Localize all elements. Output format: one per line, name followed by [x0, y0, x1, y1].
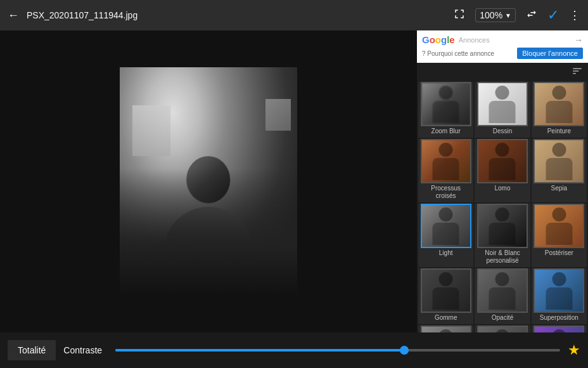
filter-thumb-sepia: [534, 139, 584, 183]
filter-cell-peinture[interactable]: Peinture: [532, 82, 587, 138]
filter-panel: Google Annonces → ? Pourquoi cette annon…: [417, 30, 588, 332]
more-options-icon[interactable]: ⋮: [569, 8, 580, 22]
filter-thumb-posteriser: [534, 204, 584, 248]
filter-name-gomme: Gomme: [432, 314, 460, 322]
filter-grid-header: [417, 63, 588, 82]
filter-name-processus: Processus croisés: [418, 185, 473, 200]
ad-why-text[interactable]: ? Pourquoi cette annonce: [422, 50, 494, 57]
filter-thumb-opacite: [477, 268, 528, 313]
filter-thumb-bordure: [477, 325, 528, 332]
filter-thumb-superposition: [534, 268, 584, 313]
filter-cell-sepia[interactable]: Sepia: [532, 139, 587, 202]
filter-cell-zoom-blur[interactable]: Zoom Blur: [418, 82, 473, 138]
photo-area: [0, 30, 417, 332]
filter-cell-posteriser[interactable]: Postériser: [532, 204, 587, 267]
filter-thumb-light: [421, 204, 471, 248]
main-content: Google Annonces → ? Pourquoi cette annon…: [0, 30, 588, 332]
filter-name-posteriser: Postériser: [542, 249, 576, 257]
slider-wrapper: [115, 349, 560, 352]
filter-thumb-peinture: [534, 82, 584, 126]
filter-name-sepia: Sepia: [549, 185, 570, 192]
filter-thumb-gomme: [421, 268, 471, 313]
filter-name-superposition: Superposition: [537, 314, 581, 322]
filter-thumb-pixeliser: [421, 325, 471, 332]
filter-sort-icon[interactable]: [572, 65, 583, 79]
ad-block-button[interactable]: Bloquer l'annonce: [517, 48, 583, 59]
filter-cell-processus[interactable]: Processus croisés: [418, 139, 473, 202]
ad-banner: Google Annonces → ? Pourquoi cette annon…: [417, 30, 588, 63]
contraste-label: Contraste: [63, 345, 108, 355]
filter-thumb-zoom-blur: [421, 82, 471, 126]
filter-thumb-bordure-color: [534, 325, 584, 332]
fullscreen-icon[interactable]: [454, 8, 465, 23]
filter-cell-lomo[interactable]: Lomo: [475, 139, 530, 202]
filter-name-noir-blanc: Noir & Blanc personalisé: [475, 249, 530, 265]
totalite-tab[interactable]: Totalité: [8, 340, 56, 360]
filter-name-light: Light: [437, 249, 456, 257]
filter-name-opacite: Opacité: [489, 314, 516, 322]
ad-arrow-icon[interactable]: →: [574, 35, 583, 45]
photo-image: [120, 67, 297, 296]
filter-cell-gomme[interactable]: Gomme: [418, 268, 473, 324]
favorite-icon[interactable]: ★: [568, 342, 580, 358]
file-title: PSX_20201107_111944.jpg: [27, 10, 446, 20]
filter-cell-superposition[interactable]: Superposition: [532, 268, 587, 324]
filter-cell-pixeliser[interactable]: Pixeliser: [418, 325, 473, 332]
bottom-bar: Totalité Contraste ★: [0, 332, 588, 368]
top-bar: ← PSX_20201107_111944.jpg 100% ▼ ✓ ⋮: [0, 0, 588, 30]
slider-container: Contraste: [63, 345, 560, 355]
back-button[interactable]: ←: [8, 9, 19, 22]
top-actions: 100% ▼ ✓ ⋮: [454, 7, 580, 23]
ad-label: Annonces: [459, 36, 490, 44]
filter-name-lomo: Lomo: [492, 185, 513, 192]
filter-thumb-noir-blanc: [477, 204, 528, 248]
filter-name-dessin: Dessin: [490, 128, 515, 135]
filter-cell-noir-blanc[interactable]: Noir & Blanc personalisé: [475, 204, 530, 267]
zoom-control[interactable]: 100% ▼: [475, 8, 516, 22]
filter-name-zoom-blur: Zoom Blur: [429, 128, 463, 135]
filter-cell-opacite[interactable]: Opacité: [475, 268, 530, 324]
filter-grid: Zoom BlurDessinPeintureProcessus croisés…: [417, 82, 588, 332]
filter-cell-light[interactable]: Light: [418, 204, 473, 267]
filter-thumb-dessin: [477, 82, 528, 126]
filter-cell-bordure[interactable]: Bordure: [475, 325, 530, 332]
filter-thumb-lomo: [477, 139, 528, 183]
zoom-dropdown-arrow: ▼: [505, 12, 511, 19]
filter-thumb-processus: [421, 139, 471, 183]
photo-container: [120, 67, 297, 296]
filter-cell-dessin[interactable]: Dessin: [475, 82, 530, 138]
filter-name-peinture: Peinture: [545, 128, 573, 135]
swap-icon[interactable]: [526, 8, 537, 23]
confirm-icon[interactable]: ✓: [547, 7, 559, 23]
filter-cell-bordure-color[interactable]: Bordure (Color): [532, 325, 587, 332]
